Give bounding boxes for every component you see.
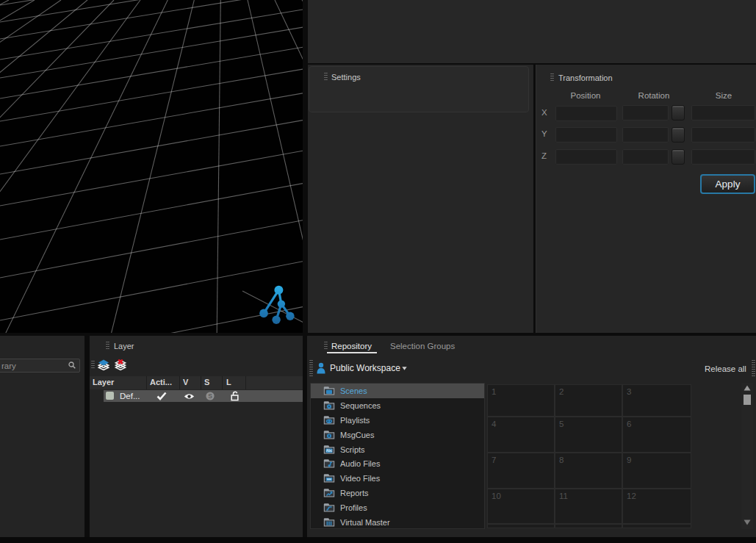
svg-text:Abc: Abc [326,449,333,453]
svg-text:S: S [208,392,212,400]
